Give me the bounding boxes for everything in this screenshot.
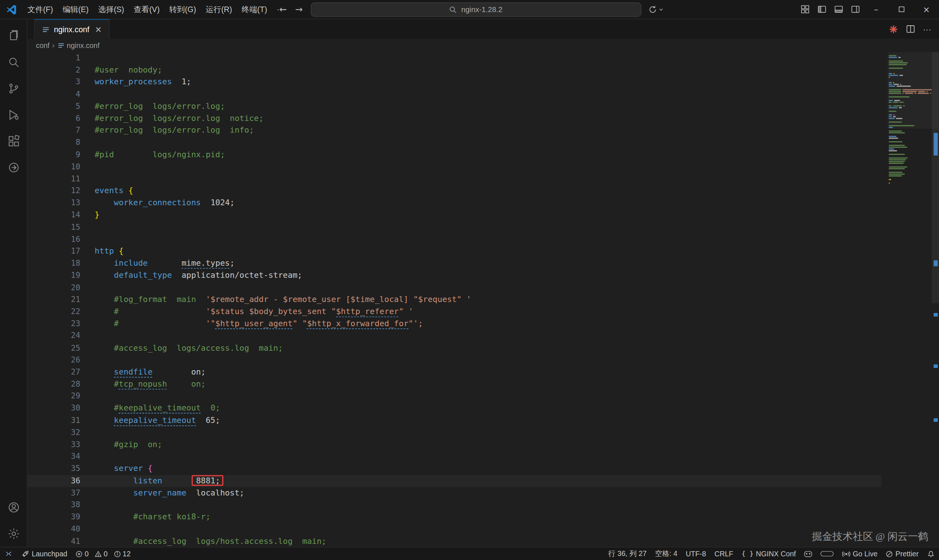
tab-close-icon[interactable]: × bbox=[94, 25, 103, 34]
extensions-icon[interactable] bbox=[0, 128, 27, 154]
settings-gear-icon[interactable] bbox=[0, 520, 27, 547]
source-control-icon[interactable] bbox=[0, 75, 27, 102]
menu-edit[interactable]: 编辑(E) bbox=[58, 2, 94, 17]
close-window-button[interactable]: × bbox=[914, 0, 939, 19]
code-line[interactable]: 4 bbox=[28, 88, 881, 100]
code-line[interactable]: 29 bbox=[28, 390, 881, 402]
code-line[interactable]: 2#user nobody; bbox=[28, 64, 881, 76]
nav-back-button[interactable]: ← bbox=[275, 3, 291, 16]
line-number: 26 bbox=[28, 354, 80, 366]
language-mode[interactable]: { } NGINX Conf bbox=[737, 548, 800, 560]
explorer-icon[interactable] bbox=[0, 23, 27, 49]
code-line[interactable]: 15 bbox=[28, 221, 881, 233]
breadcrumb-file[interactable]: nginx.conf bbox=[67, 42, 99, 50]
line-content bbox=[80, 523, 95, 535]
code-line[interactable]: 14} bbox=[28, 209, 881, 222]
minimap[interactable] bbox=[889, 52, 932, 185]
run-debug-icon[interactable] bbox=[0, 102, 27, 128]
vertical-scrollbar[interactable] bbox=[932, 52, 939, 303]
code-line[interactable]: 9#pid logs/nginx.pid; bbox=[28, 149, 881, 161]
code-line[interactable]: 22 # '$status $body_bytes_sent "$http_re… bbox=[28, 306, 881, 318]
minimize-button[interactable]: – bbox=[863, 0, 889, 19]
code-line[interactable]: 12events { bbox=[28, 185, 881, 197]
code-line[interactable]: 40 bbox=[28, 523, 881, 535]
customize-layout-icon[interactable] bbox=[796, 0, 813, 19]
code-line[interactable]: 8 bbox=[28, 137, 881, 149]
tab-nginx-conf[interactable]: nginx.conf × bbox=[34, 19, 109, 39]
code-line[interactable]: 17http { bbox=[28, 245, 881, 257]
code-line[interactable]: 1 bbox=[28, 52, 881, 64]
code-line[interactable]: 31 keepalive_timeout 65; bbox=[28, 414, 881, 426]
split-editor-icon[interactable] bbox=[903, 22, 917, 36]
launchpad-button[interactable]: Launchpad bbox=[17, 548, 71, 560]
code-token: worker_processes bbox=[95, 77, 172, 86]
code-editor[interactable]: 12#user nobody;3worker_processes 1;45#er… bbox=[28, 52, 939, 547]
code-line[interactable]: 18 include mime.types; bbox=[28, 257, 881, 269]
problems-button[interactable]: 0 0 12 bbox=[71, 548, 138, 560]
code-line[interactable]: 10 bbox=[28, 161, 881, 173]
copilot-status-button[interactable] bbox=[800, 548, 816, 560]
code-line[interactable]: 5#error_log logs/error.log; bbox=[28, 100, 881, 112]
code-line[interactable]: 23 # '"$http_user_agent" "$http_x_forwar… bbox=[28, 318, 881, 330]
code-line[interactable]: 13 worker_connections 1024; bbox=[28, 197, 881, 209]
code-line[interactable]: 38 bbox=[28, 499, 881, 511]
toggle-secondary-sidebar-icon[interactable] bbox=[847, 0, 864, 19]
toggle-sidebar-icon[interactable] bbox=[813, 0, 830, 19]
code-line[interactable]: 19 default_type application/octet-stream… bbox=[28, 269, 881, 282]
search-sidebar-icon[interactable] bbox=[0, 49, 27, 75]
code-line[interactable]: 41 #access_log logs/host.access.log main… bbox=[28, 535, 881, 547]
code-token: " ' bbox=[399, 307, 413, 315]
code-line[interactable]: 3worker_processes 1; bbox=[28, 76, 881, 88]
code-line[interactable]: 36 listen 8881; bbox=[28, 475, 881, 487]
code-line[interactable]: 7#error_log logs/error.log info; bbox=[28, 125, 881, 137]
spellcheck-status-button[interactable] bbox=[816, 548, 838, 560]
remote-explorer-icon[interactable] bbox=[0, 154, 27, 181]
breadcrumb-folder[interactable]: conf bbox=[36, 42, 49, 50]
account-icon[interactable] bbox=[0, 494, 27, 521]
line-number: 34 bbox=[28, 451, 80, 463]
code-line[interactable]: 25 #access_log logs/access.log main; bbox=[28, 342, 881, 354]
code-line[interactable]: 39 #charset koi8-r; bbox=[28, 511, 881, 523]
encoding-setting[interactable]: UTF-8 bbox=[682, 548, 710, 560]
code-line[interactable]: 26 bbox=[28, 354, 881, 366]
extension-action-icon[interactable] bbox=[886, 22, 900, 36]
menu-go[interactable]: 转到(G) bbox=[164, 2, 200, 17]
code-line[interactable]: 32 bbox=[28, 426, 881, 439]
code-line[interactable]: 6#error_log logs/error.log notice; bbox=[28, 112, 881, 125]
menu-view[interactable]: 查看(V) bbox=[129, 2, 165, 17]
command-center-search[interactable]: nginx-1.28.2 bbox=[311, 3, 641, 17]
code-line[interactable]: 37 server_name localhost; bbox=[28, 487, 881, 499]
menu-terminal[interactable]: 终端(T) bbox=[237, 2, 272, 17]
menu-run[interactable]: 运行(R) bbox=[201, 2, 237, 17]
line-number: 11 bbox=[28, 173, 80, 185]
maximize-button[interactable] bbox=[889, 0, 914, 19]
code-line[interactable]: 34 bbox=[28, 451, 881, 463]
code-line[interactable]: 11 bbox=[28, 173, 881, 185]
code-line[interactable]: 35 server { bbox=[28, 463, 881, 475]
code-line[interactable]: 24 bbox=[28, 330, 881, 342]
remote-indicator-icon[interactable] bbox=[0, 548, 17, 560]
activity-bar bbox=[0, 19, 28, 547]
line-number: 40 bbox=[28, 523, 80, 535]
code-line[interactable]: 20 bbox=[28, 282, 881, 294]
eol-setting[interactable]: CRLF bbox=[710, 548, 737, 560]
warning-icon bbox=[95, 550, 102, 557]
toggle-panel-icon[interactable] bbox=[830, 0, 847, 19]
go-live-button[interactable]: Go Live bbox=[838, 548, 882, 560]
code-line[interactable]: 27 sendfile on; bbox=[28, 366, 881, 378]
menu-selection[interactable]: 选择(S) bbox=[94, 2, 129, 17]
notifications-bell-icon[interactable] bbox=[923, 548, 939, 560]
code-line[interactable]: 30 #keepalive_timeout 0; bbox=[28, 402, 881, 414]
prettier-status-button[interactable]: Prettier bbox=[882, 548, 923, 560]
indentation-setting[interactable]: 空格: 4 bbox=[651, 548, 682, 560]
code-line[interactable]: 16 bbox=[28, 233, 881, 245]
menu-file[interactable]: 文件(F) bbox=[23, 2, 58, 17]
nav-forward-button[interactable]: → bbox=[291, 3, 307, 16]
code-line[interactable]: 33 #gzip on; bbox=[28, 439, 881, 451]
tabbar-empty-space bbox=[109, 19, 887, 39]
cursor-position[interactable]: 行 36, 列 27 bbox=[604, 548, 651, 560]
more-actions-icon[interactable]: ··· bbox=[920, 22, 934, 36]
refresh-dropdown-button[interactable] bbox=[648, 6, 663, 14]
code-line[interactable]: 28 #tcp_nopush on; bbox=[28, 378, 881, 390]
code-line[interactable]: 21 #log_format main '$remote_addr - $rem… bbox=[28, 294, 881, 306]
